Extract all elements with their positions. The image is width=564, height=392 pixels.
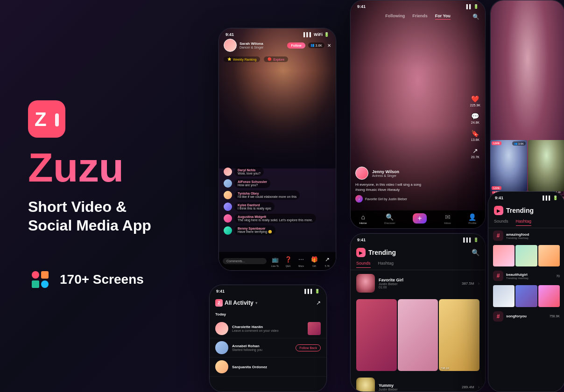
hashtag-thumb-1 (493, 245, 515, 266)
viewers-badge: 👥 3.6K (308, 42, 324, 48)
activity-item-1: Charolette Hanlin Leave a comment on you… (210, 319, 326, 338)
phone6-tab-sounds[interactable]: Sounds (494, 219, 508, 226)
hashtag-info-1: amazingfood Trending Hashtag (506, 232, 560, 239)
ranking-explore: ⭐ Weekly Ranking 🔴 Explore (224, 56, 331, 62)
screens-count: 170+ Screens (60, 272, 144, 287)
share-action[interactable]: ↗ 20.7K (470, 147, 480, 159)
live-to-action[interactable]: 📺 Live-To (270, 255, 280, 267)
nav-create[interactable]: + (413, 213, 427, 224)
chat-area: Daryl Nehls Wow, love you? AlFonzo Schus… (224, 167, 331, 238)
phone3-frame: 9:41 ▌▌ 🔋 Following Friends For You 🔍 ❤️… (350, 0, 486, 229)
search-icon[interactable]: 🔍 (472, 14, 479, 20)
phone3-statusbar: 9:41 ▌▌ 🔋 (351, 0, 485, 11)
chevron-right-icon-2: › (478, 385, 479, 390)
live-user-info: Sarah Wilona Dancer & Singer (240, 42, 284, 49)
live-username: Sarah Wilona (240, 42, 284, 46)
tab-foryou[interactable]: For You (435, 14, 451, 20)
phone6-statusbar: 9:41 ▌▌▌ 🔋 (488, 192, 564, 202)
sound-info-2: Yummy Justin Bieber (379, 383, 458, 391)
chat-msg-2: AlFonzo Schussler How are you? (224, 179, 331, 188)
phone4-frame: 9:41 ▌▌▌ 🔋 ▶ Trending 🔍 Sounds Hashtag (350, 233, 486, 392)
video-right-actions: ❤️ 225.9K 💬 24.8K 🔖 13.6K ↗ 20.7K (470, 95, 480, 159)
nav-inbox[interactable]: ✉ Inbox (444, 213, 451, 224)
video-user-row: Jenny Wilson Actress & Singer (355, 167, 466, 180)
more-action[interactable]: ⋯ More (296, 255, 306, 267)
comment-action[interactable]: 💬 24.8K (470, 112, 480, 124)
svg-point-3 (28, 267, 52, 292)
phone6-trending-header: ▶ Trending (488, 202, 564, 217)
tab-friends[interactable]: Friends (412, 14, 428, 20)
live-badge-3: LIVE (492, 186, 501, 190)
hashtag-thumb-2 (515, 245, 537, 266)
video-sound-row: ♪ Favorite Girl by Justin Bieber (355, 195, 466, 203)
hashtag-thumb-3 (538, 245, 560, 266)
discover-icon: 🔍 (386, 213, 394, 221)
chat-msg-4: Kylee Danford I think this is really epi… (224, 202, 331, 211)
ranking-tag: ⭐ Weekly Ranking (224, 56, 260, 62)
clip-item-3: LIVE 👥 3.6K (490, 140, 527, 191)
phone6-trending-icon: ▶ (494, 206, 503, 215)
screens-row: 170+ Screens (28, 267, 205, 292)
video-top-nav: Following Friends For You (351, 14, 485, 20)
chat-bubble-2: AlFonzo Schussler How are you? (234, 179, 270, 188)
trending-icon: ▶ (356, 248, 366, 257)
sound-info-1: Favorite Girl Justin Bieber 01:00 (379, 278, 458, 289)
activity-avatar-3 (215, 360, 228, 373)
hashtag-thumb-5 (515, 285, 537, 307)
inbox-icon: ✉ (445, 213, 451, 221)
chat-avatar-5 (224, 214, 232, 223)
save-action[interactable]: 🔖 13.6K (470, 130, 480, 141)
chevron-down-icon: ▾ (255, 301, 257, 305)
nav-profile[interactable]: 👤 Profile (468, 213, 476, 224)
chat-avatar-3 (224, 191, 232, 199)
chevron-right-icon: › (478, 281, 479, 286)
chat-msg-1: Daryl Nehls Wow, love you? (224, 167, 331, 176)
follow-back-button[interactable]: Follow Back (296, 344, 321, 351)
chat-bubble-4: Kylee Danford I think this is really epi… (234, 202, 275, 211)
phone1-status-icons: ▌▌▌ WiFi 🔋 (303, 32, 329, 37)
hashtag-item-3: # songforyou 758.9K (488, 309, 564, 324)
chat-avatar-2 (224, 179, 232, 188)
tab-following[interactable]: Following (385, 14, 405, 20)
sound-item-1: Favorite Girl Justin Bieber 01:00 387.5M… (351, 270, 485, 296)
phone1-frame: 9:41 ▌▌▌ WiFi 🔋 Sarah Wilona Dancer & Si… (219, 28, 336, 271)
like-action[interactable]: ❤️ 225.9K (470, 95, 480, 107)
live-bottom-bar: Comments... 📺 Live-To ❓ Q&A ⋯ More 🎁 Gif… (219, 252, 336, 270)
activity-title: Z All Activity ▾ (215, 299, 257, 307)
nav-home[interactable]: ⌂ Home (360, 213, 367, 224)
hashtag-symbol-3: # (493, 311, 503, 322)
phone6-frame: 9:41 ▌▌▌ 🔋 ▶ Trending Sounds Hashtag # (488, 191, 564, 392)
tab-sounds[interactable]: Sounds (356, 261, 371, 268)
close-icon[interactable]: ✕ (327, 43, 331, 48)
search-icon-trending[interactable]: 🔍 (472, 249, 479, 256)
chat-msg-6: Benny Spanbauer Have there terrifying 😊 (224, 225, 331, 235)
comment-input[interactable]: Comments... (223, 258, 267, 264)
tab-hashtag[interactable]: Hashtag (378, 261, 394, 268)
send-icon[interactable]: ↗ (316, 300, 321, 306)
phone6-container: 9:41 ▌▌▌ 🔋 ▶ Trending Sounds Hashtag # (488, 191, 564, 392)
share-count-action[interactable]: ↗ 5.7K (323, 255, 332, 267)
phone3-screen: 9:41 ▌▌ 🔋 Following Friends For You 🔍 ❤️… (351, 0, 485, 228)
activity-avatar-2 (215, 341, 228, 354)
hashtag-symbol-2: # (493, 271, 503, 281)
phone6-tab-hashtag[interactable]: Hashtag (516, 219, 532, 226)
gift-action[interactable]: 🎁 Gift (310, 255, 319, 267)
chat-bubble-6: Benny Spanbauer Have there terrifying 😊 (234, 225, 275, 235)
chat-bubble-5: Augustina Midgett The vlog here is reall… (234, 214, 316, 223)
live-userrole: Dancer & Singer (240, 46, 284, 49)
tagline: Short Video &Social Media App (28, 197, 205, 235)
nav-discover[interactable]: 🔍 Discover (384, 213, 395, 224)
qa-action[interactable]: ❓ Q&A (283, 255, 293, 267)
video-thumb-1 (356, 299, 397, 371)
hashtag-grid-1 (488, 243, 564, 268)
follow-button[interactable]: Follow (287, 42, 305, 49)
video-thumb-3: 738.1K (439, 299, 479, 371)
video-thumb-2 (398, 299, 438, 371)
phone2-frame: 9:41 ▌▌▌ 🔋 Z All Activity ▾ ↗ Today Char… (209, 285, 327, 392)
figma-icon (28, 267, 52, 292)
activity-header: Z All Activity ▾ ↗ (210, 295, 326, 310)
phone4-screen: 9:41 ▌▌▌ 🔋 ▶ Trending 🔍 Sounds Hashtag (351, 234, 485, 392)
live-badge-4: LIVE (492, 141, 501, 145)
phone3-container: 9:41 ▌▌ 🔋 Following Friends For You 🔍 ❤️… (350, 0, 486, 229)
activity-avatar-1 (215, 322, 228, 335)
